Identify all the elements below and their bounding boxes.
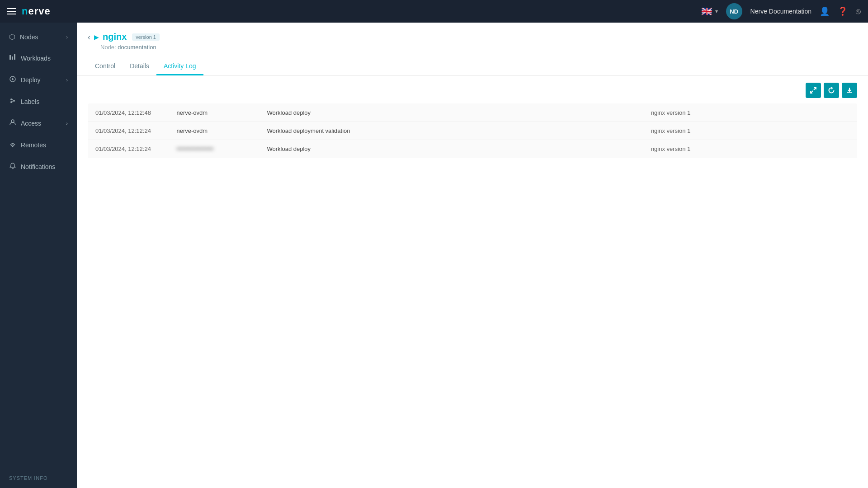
sidebar: ⬡ Nodes › Workloads [0,23,77,488]
avatar[interactable]: ND [726,3,742,19]
table-row: 01/03/2024, 12:12:24 nerve-ovdm Workload… [88,122,857,140]
logo: nerve [22,5,51,17]
svg-line-8 [12,101,13,102]
deploy-icon [9,75,16,84]
flag-icon: 🇬🇧 [701,6,712,17]
svg-point-5 [10,101,12,103]
topnav: nerve 🇬🇧 ▾ ND Nerve Documentation 👤 ❓ ⎋ [0,0,868,23]
topnav-right: 🇬🇧 ▾ ND Nerve Documentation 👤 ❓ ⎋ [701,3,861,19]
refresh-button[interactable] [824,83,839,98]
page-header: ‹ ▶ nginx version 1 [77,23,868,42]
log-user-blurred: •••••••••••••••••• [170,140,260,158]
log-timestamp: 01/03/2024, 12:12:24 [88,122,170,140]
node-name: documentation [118,44,156,51]
sidebar-nav: ⬡ Nodes › Workloads [0,23,77,468]
chevron-right-icon: › [66,77,68,83]
labels-icon [9,97,16,106]
log-action: Workload deploy [260,104,644,122]
remotes-icon [9,141,16,150]
svg-point-6 [13,100,15,102]
sidebar-label-deploy: Deploy [21,76,41,84]
svg-rect-0 [9,55,11,60]
svg-point-9 [11,120,14,122]
hamburger-menu[interactable] [7,8,16,14]
svg-rect-2 [14,54,15,60]
sidebar-item-deploy[interactable]: Deploy › [0,69,77,91]
sidebar-item-nodes[interactable]: ⬡ Nodes › [0,26,77,47]
log-action: Workload deploy [260,140,644,158]
log-user: nerve-ovdm [170,122,260,140]
version-badge: version 1 [132,33,160,41]
svg-line-7 [12,99,13,100]
logout-icon[interactable]: ⎋ [856,7,861,16]
sidebar-label-access: Access [21,120,41,127]
language-selector[interactable]: 🇬🇧 ▾ [701,6,718,17]
nodes-icon: ⬡ [9,33,15,41]
activity-log-table: 01/03/2024, 12:12:48 nerve-ovdm Workload… [88,103,857,158]
log-timestamp: 01/03/2024, 12:12:48 [88,104,170,122]
sidebar-label-labels: Labels [21,98,39,105]
play-icon: ▶ [94,33,99,41]
notifications-icon [9,162,16,171]
sidebar-item-remotes[interactable]: Remotes [0,134,77,156]
tab-control[interactable]: Control [88,58,123,75]
logo-text: nerve [22,5,51,17]
workload-name: nginx [103,32,127,42]
topnav-left: nerve [7,5,51,17]
access-icon [9,119,16,128]
tab-details[interactable]: Details [123,58,156,75]
log-action: Workload deployment validation [260,122,644,140]
tab-activity-log[interactable]: Activity Log [156,58,203,75]
node-label: Node: documentation [77,42,868,51]
workloads-icon [9,54,16,63]
svg-rect-1 [12,56,13,60]
main-content: ‹ ▶ nginx version 1 Node: documentation … [77,23,868,488]
download-button[interactable] [842,83,857,98]
log-timestamp: 01/03/2024, 12:12:24 [88,140,170,158]
sidebar-label-nodes: Nodes [20,33,38,41]
log-user: nerve-ovdm [170,104,260,122]
expand-button[interactable] [806,83,821,98]
table-row: 01/03/2024, 12:12:48 nerve-ovdm Workload… [88,104,857,122]
svg-point-4 [10,99,12,100]
sidebar-item-workloads[interactable]: Workloads [0,47,77,69]
nerve-documentation-link[interactable]: Nerve Documentation [750,8,811,15]
toolbar [88,83,857,98]
sidebar-label-notifications: Notifications [21,163,55,170]
table-row: 01/03/2024, 12:12:24 •••••••••••••••••• … [88,140,857,158]
back-button[interactable]: ‹ [88,33,90,41]
user-icon[interactable]: 👤 [820,6,830,16]
tabs: Control Details Activity Log [77,51,868,75]
help-icon[interactable]: ❓ [838,6,848,16]
sidebar-label-remotes: Remotes [21,141,46,149]
content-area: 01/03/2024, 12:12:48 nerve-ovdm Workload… [77,75,868,165]
system-info[interactable]: SYSTEM INFO [0,468,77,488]
chevron-right-icon: › [66,34,68,40]
log-target: nginx version 1 [644,104,857,122]
sidebar-item-notifications[interactable]: Notifications [0,156,77,178]
chevron-down-icon: ▾ [715,8,718,14]
sidebar-label-workloads: Workloads [21,55,51,62]
log-target: nginx version 1 [644,122,857,140]
sidebar-item-access[interactable]: Access › [0,113,77,134]
log-target: nginx version 1 [644,140,857,158]
chevron-right-icon: › [66,121,68,126]
svg-point-10 [12,146,14,147]
node-prefix: Node: [100,44,116,51]
main-layout: ⬡ Nodes › Workloads [0,23,868,488]
sidebar-item-labels[interactable]: Labels [0,91,77,113]
